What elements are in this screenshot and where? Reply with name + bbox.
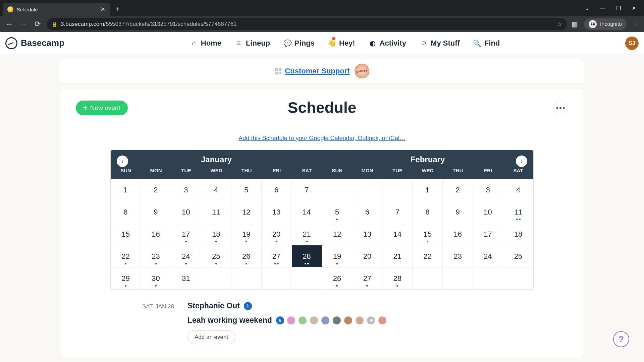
calendar-day[interactable]: 2 (443, 179, 473, 201)
calendar-day[interactable]: 27 (352, 267, 382, 290)
calendar-day[interactable]: 23 (141, 245, 171, 267)
calendar-day[interactable]: 8 (111, 201, 141, 223)
calendar-day[interactable]: 27 (262, 245, 292, 267)
calendar-day[interactable]: 16 (141, 223, 171, 245)
calendar-day[interactable]: 7 (382, 201, 413, 223)
help-button[interactable]: ? (613, 331, 629, 347)
more-options-button[interactable]: ••• (553, 101, 568, 115)
profile-avatar[interactable]: SJ (625, 37, 639, 50)
event-indicator (215, 241, 217, 242)
calendar-day[interactable]: 14 (382, 223, 413, 245)
calendar-day[interactable]: 6 (352, 201, 382, 223)
project-link[interactable]: Customer Support (285, 67, 350, 75)
calendar-day[interactable]: 3 (171, 179, 201, 201)
calendar-day[interactable]: 13 (262, 201, 292, 223)
calendar-day[interactable]: 24 (171, 245, 201, 267)
calendar-day[interactable]: 7 (292, 179, 322, 201)
calendar-day[interactable]: 11 (201, 201, 231, 223)
nav-item-hey[interactable]: 👋Hey! (328, 39, 355, 48)
calendar-sync-link[interactable]: Add this Schedule to your Google Calenda… (60, 135, 584, 142)
maximize-icon[interactable]: ❐ (616, 5, 621, 11)
nav-item-activity[interactable]: ◐Activity (369, 39, 406, 48)
calendar-day[interactable]: 5 (231, 179, 262, 201)
calendar-day[interactable]: 25 (201, 245, 231, 267)
calendar-day[interactable]: 12 (322, 223, 353, 245)
calendar-day[interactable]: 10 (473, 201, 503, 223)
event-row[interactable]: Leah working weekend 6 SR (187, 316, 534, 325)
prev-month-button[interactable]: ‹ (117, 156, 128, 167)
calendar-day[interactable]: 12 (231, 201, 262, 223)
calendar-day[interactable]: 29 (111, 267, 141, 290)
address-bar[interactable]: 🔒 3.basecamp.com/5550377/buckets/3132579… (47, 18, 567, 30)
calendar-day[interactable]: 20 (262, 223, 292, 245)
calendar-day[interactable]: 13 (352, 223, 382, 245)
app-navbar: Basecamp ⌂Home≡Lineup💬Pings👋Hey!◐Activit… (0, 32, 644, 54)
calendar-day[interactable]: 18 (201, 223, 231, 245)
star-icon[interactable]: ☆ (557, 21, 562, 28)
calendar-day[interactable]: 15 (111, 223, 141, 245)
calendar-day[interactable]: 17 (473, 223, 503, 245)
new-event-button[interactable]: + New event (76, 101, 128, 115)
nav-item-pings[interactable]: 💬Pings (283, 39, 315, 48)
next-month-button[interactable]: › (516, 156, 527, 167)
browser-tab[interactable]: Schedule ✕ (3, 3, 110, 16)
calendar-day[interactable]: 21 (292, 223, 322, 245)
event-row[interactable]: Stephanie Out 1 (187, 301, 534, 310)
calendar-day[interactable]: 4 (503, 179, 533, 201)
new-tab-button[interactable]: + (112, 3, 123, 15)
calendar-day[interactable]: 1 (413, 179, 443, 201)
calendar-day[interactable]: 4 (201, 179, 231, 201)
calendar-day[interactable]: 24 (473, 245, 503, 267)
reload-button[interactable]: ⟳ (33, 19, 42, 29)
calendar-day[interactable]: 11 (503, 201, 533, 223)
forward-button[interactable]: → (19, 19, 28, 29)
calendar-day[interactable]: 17 (171, 223, 201, 245)
calendar-day[interactable]: 26 (322, 267, 353, 290)
calendar-day[interactable]: 10 (171, 201, 201, 223)
calendar-day[interactable]: 20 (352, 245, 382, 267)
add-event-button[interactable]: Add an event (187, 330, 235, 344)
calendar-day[interactable]: 23 (443, 245, 473, 267)
calendar-day[interactable]: 21 (382, 245, 413, 267)
calendar-day[interactable]: 31 (171, 267, 201, 290)
nav-item-home[interactable]: ⌂Home (190, 39, 221, 48)
product-logo[interactable]: Basecamp (5, 37, 64, 49)
calendar-day[interactable]: 9 (141, 201, 171, 223)
browser-menu-icon[interactable]: ⋮ (633, 20, 639, 28)
nav-item-mystuff[interactable]: ☺My Stuff (420, 39, 460, 48)
calendar-day[interactable]: 22 (111, 245, 141, 267)
calendar-day[interactable]: 26 (231, 245, 262, 267)
calendar-day[interactable]: 28 (382, 267, 413, 290)
calendar-day[interactable]: 9 (443, 201, 473, 223)
extensions-icon[interactable]: ▦ (572, 20, 578, 28)
calendar-day[interactable]: 22 (413, 245, 443, 267)
event-indicator (516, 219, 521, 220)
calendar-day[interactable]: 15 (413, 223, 443, 245)
event-indicator (274, 263, 279, 264)
nav-item-lineup[interactable]: ≡Lineup (235, 39, 270, 48)
calendar-day[interactable]: 6 (262, 179, 292, 201)
calendar-day[interactable]: 28 (292, 245, 322, 267)
calendar-day (201, 267, 231, 290)
back-button[interactable]: ← (5, 19, 14, 29)
calendar-day[interactable]: 19 (231, 223, 262, 245)
calendar-day[interactable]: 1 (111, 179, 141, 201)
nav-item-find[interactable]: 🔍Find (473, 39, 500, 48)
calendar-day[interactable]: 2 (141, 179, 171, 201)
close-tab-icon[interactable]: ✕ (100, 6, 105, 13)
calendar-day[interactable]: 19 (322, 245, 353, 267)
sample-badge: SAMPLE (354, 63, 370, 79)
calendar-day[interactable]: 8 (413, 201, 443, 223)
calendar-day[interactable]: 14 (292, 201, 322, 223)
calendar-day[interactable]: 5 (322, 201, 353, 223)
calendar-day[interactable]: 16 (443, 223, 473, 245)
tabs-dropdown-icon[interactable]: ⌄ (585, 5, 589, 11)
calendar-day[interactable]: 18 (503, 223, 533, 245)
calendar-day[interactable]: 3 (473, 179, 503, 201)
calendar-day[interactable]: 30 (141, 267, 171, 290)
close-window-icon[interactable]: ✕ (632, 5, 636, 11)
project-grid-icon[interactable] (275, 68, 281, 74)
minimize-icon[interactable]: — (600, 5, 605, 11)
calendar-day[interactable]: 25 (503, 245, 533, 267)
incognito-chip[interactable]: 🕶 Incognito (584, 18, 627, 30)
